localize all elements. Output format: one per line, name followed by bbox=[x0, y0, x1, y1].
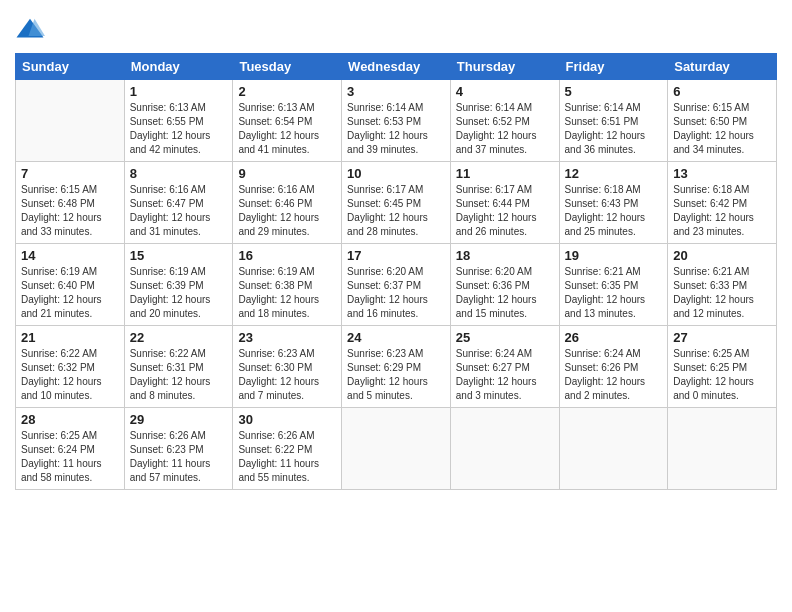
sunset-text: Sunset: 6:37 PM bbox=[347, 279, 445, 293]
sunset-text: Sunset: 6:50 PM bbox=[673, 115, 771, 129]
day-header-sunday: Sunday bbox=[16, 54, 125, 80]
sunset-text: Sunset: 6:47 PM bbox=[130, 197, 228, 211]
sunset-text: Sunset: 6:43 PM bbox=[565, 197, 663, 211]
day-number: 12 bbox=[565, 166, 663, 181]
week-row-2: 14Sunrise: 6:19 AMSunset: 6:40 PMDayligh… bbox=[16, 244, 777, 326]
day-number: 8 bbox=[130, 166, 228, 181]
day-header-friday: Friday bbox=[559, 54, 668, 80]
sunset-text: Sunset: 6:26 PM bbox=[565, 361, 663, 375]
day-number: 29 bbox=[130, 412, 228, 427]
sunset-text: Sunset: 6:45 PM bbox=[347, 197, 445, 211]
daylight-continuation: and 34 minutes. bbox=[673, 143, 771, 157]
calendar-cell: 22Sunrise: 6:22 AMSunset: 6:31 PMDayligh… bbox=[124, 326, 233, 408]
daylight-continuation: and 15 minutes. bbox=[456, 307, 554, 321]
cell-content: Sunrise: 6:22 AMSunset: 6:32 PMDaylight:… bbox=[21, 347, 119, 403]
sunrise-text: Sunrise: 6:15 AM bbox=[21, 183, 119, 197]
calendar-table: SundayMondayTuesdayWednesdayThursdayFrid… bbox=[15, 53, 777, 490]
daylight-text: Daylight: 12 hours bbox=[347, 293, 445, 307]
week-row-4: 28Sunrise: 6:25 AMSunset: 6:24 PMDayligh… bbox=[16, 408, 777, 490]
calendar-cell: 6Sunrise: 6:15 AMSunset: 6:50 PMDaylight… bbox=[668, 80, 777, 162]
sunset-text: Sunset: 6:24 PM bbox=[21, 443, 119, 457]
sunset-text: Sunset: 6:42 PM bbox=[673, 197, 771, 211]
cell-content: Sunrise: 6:19 AMSunset: 6:38 PMDaylight:… bbox=[238, 265, 336, 321]
daylight-continuation: and 16 minutes. bbox=[347, 307, 445, 321]
day-header-wednesday: Wednesday bbox=[342, 54, 451, 80]
sunset-text: Sunset: 6:29 PM bbox=[347, 361, 445, 375]
daylight-text: Daylight: 12 hours bbox=[673, 129, 771, 143]
calendar-cell: 29Sunrise: 6:26 AMSunset: 6:23 PMDayligh… bbox=[124, 408, 233, 490]
calendar-cell: 4Sunrise: 6:14 AMSunset: 6:52 PMDaylight… bbox=[450, 80, 559, 162]
daylight-text: Daylight: 12 hours bbox=[456, 293, 554, 307]
sunrise-text: Sunrise: 6:13 AM bbox=[238, 101, 336, 115]
day-number: 4 bbox=[456, 84, 554, 99]
day-number: 14 bbox=[21, 248, 119, 263]
day-number: 13 bbox=[673, 166, 771, 181]
day-header-saturday: Saturday bbox=[668, 54, 777, 80]
daylight-text: Daylight: 12 hours bbox=[673, 375, 771, 389]
daylight-continuation: and 2 minutes. bbox=[565, 389, 663, 403]
calendar-cell bbox=[342, 408, 451, 490]
sunrise-text: Sunrise: 6:19 AM bbox=[130, 265, 228, 279]
daylight-text: Daylight: 11 hours bbox=[238, 457, 336, 471]
sunset-text: Sunset: 6:53 PM bbox=[347, 115, 445, 129]
cell-content: Sunrise: 6:15 AMSunset: 6:50 PMDaylight:… bbox=[673, 101, 771, 157]
page-container: SundayMondayTuesdayWednesdayThursdayFrid… bbox=[0, 0, 792, 495]
sunset-text: Sunset: 6:25 PM bbox=[673, 361, 771, 375]
header bbox=[15, 10, 777, 45]
day-number: 30 bbox=[238, 412, 336, 427]
daylight-text: Daylight: 12 hours bbox=[238, 293, 336, 307]
sunset-text: Sunset: 6:32 PM bbox=[21, 361, 119, 375]
daylight-text: Daylight: 12 hours bbox=[673, 211, 771, 225]
calendar-cell bbox=[668, 408, 777, 490]
sunrise-text: Sunrise: 6:22 AM bbox=[130, 347, 228, 361]
sunrise-text: Sunrise: 6:14 AM bbox=[347, 101, 445, 115]
calendar-cell: 9Sunrise: 6:16 AMSunset: 6:46 PMDaylight… bbox=[233, 162, 342, 244]
logo bbox=[15, 15, 48, 45]
sunrise-text: Sunrise: 6:14 AM bbox=[456, 101, 554, 115]
daylight-text: Daylight: 12 hours bbox=[565, 293, 663, 307]
sunset-text: Sunset: 6:40 PM bbox=[21, 279, 119, 293]
sunrise-text: Sunrise: 6:18 AM bbox=[673, 183, 771, 197]
sunrise-text: Sunrise: 6:26 AM bbox=[238, 429, 336, 443]
daylight-text: Daylight: 12 hours bbox=[21, 211, 119, 225]
calendar-cell: 13Sunrise: 6:18 AMSunset: 6:42 PMDayligh… bbox=[668, 162, 777, 244]
calendar-cell: 23Sunrise: 6:23 AMSunset: 6:30 PMDayligh… bbox=[233, 326, 342, 408]
calendar-cell bbox=[16, 80, 125, 162]
day-header-tuesday: Tuesday bbox=[233, 54, 342, 80]
sunrise-text: Sunrise: 6:19 AM bbox=[21, 265, 119, 279]
daylight-continuation: and 36 minutes. bbox=[565, 143, 663, 157]
daylight-text: Daylight: 12 hours bbox=[130, 129, 228, 143]
cell-content: Sunrise: 6:17 AMSunset: 6:45 PMDaylight:… bbox=[347, 183, 445, 239]
calendar-cell bbox=[559, 408, 668, 490]
calendar-cell: 5Sunrise: 6:14 AMSunset: 6:51 PMDaylight… bbox=[559, 80, 668, 162]
calendar-cell: 8Sunrise: 6:16 AMSunset: 6:47 PMDaylight… bbox=[124, 162, 233, 244]
calendar-cell: 21Sunrise: 6:22 AMSunset: 6:32 PMDayligh… bbox=[16, 326, 125, 408]
sunset-text: Sunset: 6:31 PM bbox=[130, 361, 228, 375]
cell-content: Sunrise: 6:21 AMSunset: 6:35 PMDaylight:… bbox=[565, 265, 663, 321]
daylight-text: Daylight: 12 hours bbox=[347, 375, 445, 389]
calendar-cell: 27Sunrise: 6:25 AMSunset: 6:25 PMDayligh… bbox=[668, 326, 777, 408]
sunrise-text: Sunrise: 6:25 AM bbox=[21, 429, 119, 443]
daylight-continuation: and 29 minutes. bbox=[238, 225, 336, 239]
daylight-continuation: and 5 minutes. bbox=[347, 389, 445, 403]
day-number: 19 bbox=[565, 248, 663, 263]
sunset-text: Sunset: 6:54 PM bbox=[238, 115, 336, 129]
sunrise-text: Sunrise: 6:26 AM bbox=[130, 429, 228, 443]
cell-content: Sunrise: 6:25 AMSunset: 6:24 PMDaylight:… bbox=[21, 429, 119, 485]
daylight-text: Daylight: 12 hours bbox=[347, 129, 445, 143]
day-number: 17 bbox=[347, 248, 445, 263]
calendar-cell: 30Sunrise: 6:26 AMSunset: 6:22 PMDayligh… bbox=[233, 408, 342, 490]
daylight-text: Daylight: 11 hours bbox=[21, 457, 119, 471]
daylight-continuation: and 18 minutes. bbox=[238, 307, 336, 321]
sunset-text: Sunset: 6:44 PM bbox=[456, 197, 554, 211]
calendar-cell: 25Sunrise: 6:24 AMSunset: 6:27 PMDayligh… bbox=[450, 326, 559, 408]
calendar-cell: 28Sunrise: 6:25 AMSunset: 6:24 PMDayligh… bbox=[16, 408, 125, 490]
daylight-continuation: and 31 minutes. bbox=[130, 225, 228, 239]
cell-content: Sunrise: 6:16 AMSunset: 6:47 PMDaylight:… bbox=[130, 183, 228, 239]
day-number: 28 bbox=[21, 412, 119, 427]
sunrise-text: Sunrise: 6:19 AM bbox=[238, 265, 336, 279]
calendar-cell: 1Sunrise: 6:13 AMSunset: 6:55 PMDaylight… bbox=[124, 80, 233, 162]
sunrise-text: Sunrise: 6:25 AM bbox=[673, 347, 771, 361]
cell-content: Sunrise: 6:20 AMSunset: 6:36 PMDaylight:… bbox=[456, 265, 554, 321]
cell-content: Sunrise: 6:15 AMSunset: 6:48 PMDaylight:… bbox=[21, 183, 119, 239]
